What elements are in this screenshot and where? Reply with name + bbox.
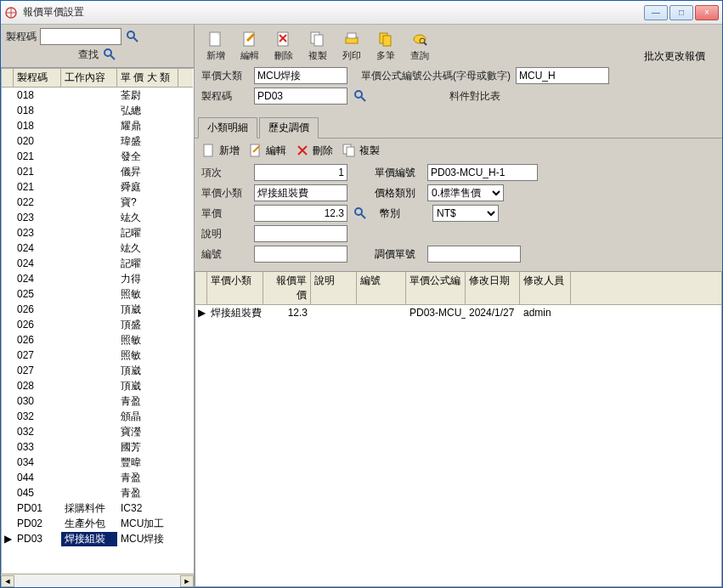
detail-grid-header: 單價小類 報價單價 說明 編號 單價公式編 修改日期 修改人員 xyxy=(195,272,721,305)
table-row[interactable]: 032寶瀅 xyxy=(2,424,193,439)
cat-input[interactable] xyxy=(254,67,347,84)
table-row[interactable]: 030青盈 xyxy=(2,393,193,409)
add-icon xyxy=(201,143,217,158)
currency-select[interactable]: NT$ xyxy=(432,205,499,222)
table-row[interactable]: 024力得 xyxy=(2,271,193,286)
seq-label: 項次 xyxy=(201,166,249,180)
detail-grid[interactable]: 單價小類 報價單價 說明 編號 單價公式編 修改日期 修改人員 ▶焊接組裝費12… xyxy=(195,271,722,587)
code-label: 製程碼 xyxy=(201,89,249,104)
edit-icon xyxy=(240,30,259,48)
search-icon[interactable] xyxy=(125,29,140,44)
sub-add-button[interactable]: 新增 xyxy=(200,142,241,159)
priceno-input[interactable] xyxy=(427,164,538,181)
sub-delete-button[interactable]: 刪除 xyxy=(293,142,335,159)
table-row[interactable]: 021儀昇 xyxy=(2,164,193,179)
price-input[interactable] xyxy=(254,205,347,222)
table-row[interactable]: 021發全 xyxy=(2,149,193,164)
seq-input[interactable] xyxy=(254,164,347,181)
adjno-input[interactable] xyxy=(427,246,521,263)
table-row[interactable]: 026照敏 xyxy=(2,332,193,348)
table-row[interactable]: ▶PD03焊接組裝MCU焊接 xyxy=(2,531,193,546)
code-search-icon[interactable] xyxy=(353,88,368,104)
sub-toolbar: 新增 編輯 刪除 複製 xyxy=(195,139,722,162)
table-row[interactable]: PD01採購料件IC32 xyxy=(2,500,193,516)
desc-input[interactable] xyxy=(254,225,347,242)
sub-edit-button[interactable]: 編輯 xyxy=(246,142,288,159)
table-row[interactable]: 024記曜 xyxy=(2,256,193,271)
col-cat[interactable]: 單 價 大 類 xyxy=(117,69,178,87)
batch-update-link[interactable]: 批次更改報價 xyxy=(644,42,717,64)
table-row[interactable]: 026頂崴 xyxy=(2,302,193,317)
dcol-desc[interactable]: 說明 xyxy=(311,272,357,304)
dcol-mdate[interactable]: 修改日期 xyxy=(466,272,520,304)
dcol-subcat[interactable]: 單價小類 xyxy=(207,272,263,304)
table-row[interactable]: 027照敏 xyxy=(2,348,193,363)
table-row[interactable]: 022寶? xyxy=(2,195,193,210)
delete-button[interactable]: 刪除 xyxy=(268,28,300,64)
table-row[interactable]: 020瑋盛 xyxy=(2,133,193,149)
copy-button[interactable]: 複製 xyxy=(302,28,334,64)
dcol-formula[interactable]: 單價公式編 xyxy=(406,272,466,304)
multi-button[interactable]: 多筆 xyxy=(370,28,402,64)
find-label: 查找 xyxy=(78,48,99,62)
query-icon xyxy=(410,30,429,48)
table-row[interactable]: 018荃尉 xyxy=(2,88,193,103)
table-row[interactable]: 027頂崴 xyxy=(2,363,193,378)
tab-history[interactable]: 歷史調價 xyxy=(259,117,319,139)
process-code-input[interactable] xyxy=(40,28,121,45)
table-row[interactable]: 044青盈 xyxy=(2,470,193,485)
table-row[interactable]: 024竑久 xyxy=(2,240,193,256)
query-button[interactable]: 查詢 xyxy=(404,28,436,64)
table-row[interactable]: 033國芳 xyxy=(2,439,193,455)
table-row[interactable]: 026頂盛 xyxy=(2,317,193,332)
copy-icon xyxy=(342,143,357,158)
svg-rect-14 xyxy=(314,35,323,46)
table-row[interactable]: ▶焊接組裝費12.3PD03-MCU_2024/1/27admin xyxy=(195,305,721,320)
close-button[interactable]: × xyxy=(695,5,719,20)
table-row[interactable]: 021舜庭 xyxy=(2,179,193,195)
dcol-code[interactable]: 編號 xyxy=(357,272,406,304)
price-search-icon[interactable] xyxy=(353,206,368,221)
minimize-button[interactable]: — xyxy=(644,5,668,20)
detcode-input[interactable] xyxy=(254,246,347,263)
svg-rect-16 xyxy=(347,33,356,38)
dcol-price[interactable]: 報價單價 xyxy=(263,272,311,304)
maximize-button[interactable]: □ xyxy=(669,5,693,20)
svg-point-5 xyxy=(104,49,111,56)
formula-input[interactable] xyxy=(516,67,609,84)
table-row[interactable]: 045青盈 xyxy=(2,485,193,500)
table-row[interactable]: 032頒晶 xyxy=(2,409,193,424)
table-row[interactable]: 028頂崴 xyxy=(2,378,193,393)
table-row[interactable]: 025照敏 xyxy=(2,286,193,302)
process-grid-header: 製程碼 工作內容 單 價 大 類 xyxy=(2,69,193,88)
delete-icon xyxy=(274,30,293,48)
main-toolbar: 新增 編輯 刪除 複製 列印 xyxy=(195,25,722,64)
table-row[interactable]: 034豐暐 xyxy=(2,455,193,470)
dcol-muser[interactable]: 修改人員 xyxy=(520,272,571,304)
table-row[interactable]: 023記曜 xyxy=(2,225,193,240)
scroll-right-icon[interactable]: ► xyxy=(180,575,194,587)
pricetype-select[interactable]: 0.標準售價 xyxy=(427,184,504,201)
table-row[interactable]: 023竑久 xyxy=(2,210,193,225)
print-button[interactable]: 列印 xyxy=(336,28,368,64)
edit-button[interactable]: 編輯 xyxy=(234,28,266,64)
code-input[interactable] xyxy=(254,88,347,105)
sub-copy-button[interactable]: 複製 xyxy=(340,142,381,159)
app-icon xyxy=(4,6,18,20)
compare-label[interactable]: 料件對比表 xyxy=(449,89,500,104)
scroll-left-icon[interactable]: ◄ xyxy=(1,575,14,587)
add-button[interactable]: 新增 xyxy=(200,28,232,64)
detcode-label: 編號 xyxy=(201,247,249,262)
tab-detail[interactable]: 小類明細 xyxy=(198,117,257,139)
adjno-label: 調價單號 xyxy=(375,247,422,262)
find-icon[interactable] xyxy=(102,47,117,62)
right-panel: 新增 編輯 刪除 複製 列印 xyxy=(195,25,722,587)
table-row[interactable]: 018弘總 xyxy=(2,103,193,118)
col-work[interactable]: 工作內容 xyxy=(61,69,117,87)
left-scrollbar[interactable]: ◄ ► xyxy=(1,574,194,587)
table-row[interactable]: PD02生產外包MCU加工 xyxy=(2,516,193,531)
subcat-input[interactable] xyxy=(254,184,347,201)
table-row[interactable]: 018耀鼎 xyxy=(2,118,193,133)
col-code[interactable]: 製程碼 xyxy=(14,69,61,87)
process-grid[interactable]: 製程碼 工作內容 單 價 大 類 018荃尉018弘總018耀鼎020瑋盛021… xyxy=(1,68,194,574)
